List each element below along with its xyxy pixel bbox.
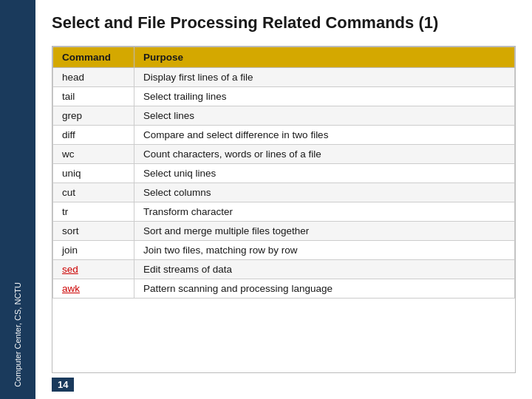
table-row: grepSelect lines (53, 106, 515, 126)
cell-purpose: Select trailing lines (134, 87, 515, 106)
table-row: sortSort and merge multiple files togeth… (53, 222, 515, 241)
cell-purpose: Display first lines of a file (134, 68, 515, 87)
cell-command: grep (53, 106, 134, 126)
cell-purpose: Edit streams of data (134, 260, 515, 279)
table-row: joinJoin two files, matching row by row (53, 241, 515, 260)
sidebar-label: Computer Center, CS, NCTU (13, 282, 23, 387)
table-row: wcCount characters, words or lines of a … (53, 145, 515, 164)
sidebar: Computer Center, CS, NCTU (0, 0, 35, 399)
cell-purpose: Pattern scanning and processing language (134, 279, 515, 299)
main-content: Select and File Processing Related Comma… (35, 0, 532, 399)
table-body: headDisplay first lines of a filetailSel… (53, 68, 515, 299)
column-header-purpose: Purpose (134, 47, 515, 68)
cell-command: wc (53, 145, 134, 164)
cell-purpose: Join two files, matching row by row (134, 241, 515, 260)
cell-purpose: Compare and select difference in two fil… (134, 126, 515, 145)
cell-purpose: Count characters, words or lines of a fi… (134, 145, 515, 164)
cell-purpose: Sort and merge multiple files together (134, 222, 515, 241)
cell-command: awk (53, 279, 134, 299)
commands-table: Command Purpose headDisplay first lines … (52, 47, 515, 299)
table-row: cutSelect columns (53, 183, 515, 202)
cell-command: uniq (53, 164, 134, 183)
cell-command: tr (53, 202, 134, 222)
table-row: awkPattern scanning and processing langu… (53, 279, 515, 299)
cell-command: diff (53, 126, 134, 145)
command-link[interactable]: sed (62, 264, 78, 275)
table-row: uniqSelect uniq lines (53, 164, 515, 183)
table-header-row: Command Purpose (53, 47, 515, 68)
table-row: sedEdit streams of data (53, 260, 515, 279)
cell-command: head (53, 68, 134, 87)
cell-purpose: Select lines (134, 106, 515, 126)
table-row: diffCompare and select difference in two… (53, 126, 515, 145)
page-title: Select and File Processing Related Comma… (52, 13, 516, 33)
bottom-bar: 14 (52, 378, 516, 392)
command-link[interactable]: awk (62, 283, 80, 294)
cell-command: tail (53, 87, 134, 106)
cell-command: join (53, 241, 134, 260)
table-row: trTransform character (53, 202, 515, 222)
commands-table-container: Command Purpose headDisplay first lines … (52, 46, 516, 373)
cell-command: sed (53, 260, 134, 279)
cell-purpose: Select uniq lines (134, 164, 515, 183)
cell-command: cut (53, 183, 134, 202)
cell-purpose: Select columns (134, 183, 515, 202)
table-row: tailSelect trailing lines (53, 87, 515, 106)
cell-command: sort (53, 222, 134, 241)
column-header-command: Command (53, 47, 134, 68)
table-row: headDisplay first lines of a file (53, 68, 515, 87)
page-number: 14 (52, 378, 74, 392)
cell-purpose: Transform character (134, 202, 515, 222)
